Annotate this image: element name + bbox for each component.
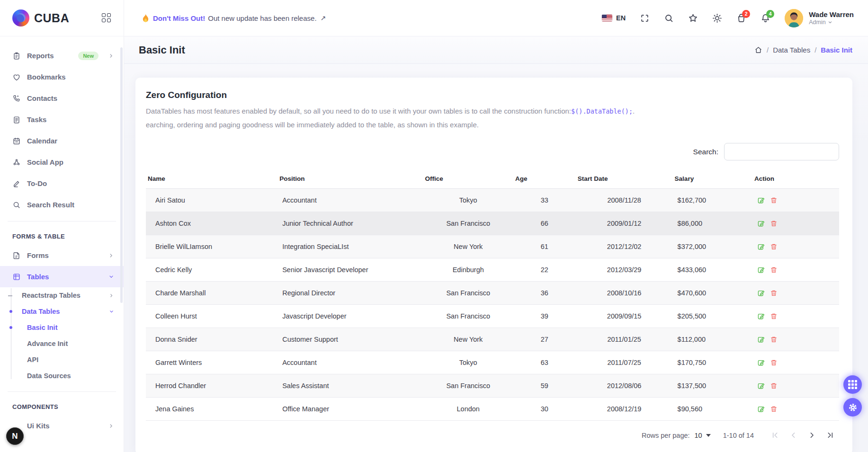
edit-button[interactable] <box>757 289 765 297</box>
cart-icon[interactable]: 2 <box>736 13 746 23</box>
announcement-banner[interactable]: Don't Miss Out!Out new update has been r… <box>142 14 326 22</box>
column-header-action: Action <box>752 169 839 189</box>
breadcrumb: / Data Tables / Basic Init <box>754 46 852 54</box>
edit-button[interactable] <box>757 220 765 228</box>
table-search-input[interactable] <box>724 143 839 160</box>
pagination-range: 1-10 of 14 <box>723 432 754 439</box>
sidebar-item-bookmarks[interactable]: Bookmarks <box>0 66 124 88</box>
sidebar-item-social-app[interactable]: Social App <box>0 151 124 173</box>
next-page-button[interactable] <box>806 429 818 441</box>
card-title: Zero Configuration <box>146 90 839 100</box>
bell-icon[interactable]: 4 <box>761 13 770 23</box>
edit-button[interactable] <box>757 196 765 204</box>
settings-fab-button[interactable] <box>843 398 862 417</box>
table-header-row: Name Position Office Age Start Date Sala… <box>146 169 839 189</box>
submenu-item-data-tables[interactable]: Data Tables <box>0 303 124 319</box>
sidebar-item-label: Reports <box>27 52 72 60</box>
delete-button[interactable] <box>770 405 778 413</box>
column-header-office[interactable]: Office <box>423 169 513 189</box>
sidebar-item-label: Ui Kits <box>27 422 102 430</box>
breadcrumb-parent[interactable]: Data Tables <box>773 46 810 54</box>
last-page-button[interactable] <box>824 429 836 441</box>
table-row: Jena GainesOffice Manager London30 2008/… <box>146 398 839 421</box>
delete-button[interactable] <box>770 196 778 204</box>
rows-per-page-select[interactable]: 10 <box>695 432 711 439</box>
header-actions: EN 2 4 Wade Warren Admin <box>602 9 854 27</box>
nextjs-dev-badge[interactable]: N <box>6 427 24 445</box>
previous-page-button[interactable] <box>787 429 799 441</box>
delete-button[interactable] <box>770 336 778 344</box>
table-row: Cedric KellySenior Javascript Developer … <box>146 258 839 282</box>
delete-button[interactable] <box>770 243 778 251</box>
active-dot <box>9 310 12 313</box>
flame-icon <box>142 14 149 22</box>
star-icon[interactable] <box>688 13 698 23</box>
submenu-item-data-sources[interactable]: Data Sources <box>0 368 124 384</box>
column-header-start-date[interactable]: Start Date <box>576 169 673 189</box>
sidebar-item-search-result[interactable]: Search Result <box>0 194 124 215</box>
cuba-logo-icon[interactable] <box>12 9 29 27</box>
sidebar-item-tasks[interactable]: Tasks <box>0 109 124 130</box>
sidebar-item-calendar[interactable]: Calendar <box>0 130 124 151</box>
search-icon[interactable] <box>664 13 674 23</box>
delete-button[interactable] <box>770 289 778 297</box>
submenu-item-reactstrap-tables[interactable]: Reactstrap Tables <box>0 287 124 303</box>
sidebar-item-label: To-Do <box>27 179 114 187</box>
clipboard-icon <box>12 52 21 60</box>
gear-icon <box>848 403 858 412</box>
table-row: Donna SniderCustomer Support New York27 … <box>146 328 839 351</box>
chevron-right-icon <box>108 423 114 429</box>
edit-button[interactable] <box>757 243 765 251</box>
edit-button[interactable] <box>757 382 765 390</box>
edit-button[interactable] <box>757 312 765 320</box>
column-header-age[interactable]: Age <box>513 169 576 189</box>
sidebar-scrollbar[interactable] <box>120 47 123 303</box>
chevron-down-icon <box>108 274 114 280</box>
divider <box>8 221 116 222</box>
quick-grid-button[interactable] <box>843 375 862 394</box>
new-badge: New <box>78 52 98 60</box>
submenu-item-basic-init[interactable]: Basic Init <box>0 319 124 336</box>
language-selector[interactable]: EN <box>602 14 626 22</box>
rows-per-page: Rows per page: 10 <box>642 432 711 439</box>
column-header-salary[interactable]: Salary <box>673 169 752 189</box>
column-header-position[interactable]: Position <box>277 169 423 189</box>
sidebar-item-to-do[interactable]: To-Do <box>0 173 124 194</box>
column-header-name[interactable]: Name <box>146 169 277 189</box>
delete-button[interactable] <box>770 220 778 228</box>
language-code: EN <box>616 14 626 22</box>
delete-button[interactable] <box>770 359 778 367</box>
submenu-item-api[interactable]: API <box>0 352 124 368</box>
home-icon[interactable] <box>754 46 762 54</box>
edit-button[interactable] <box>757 266 765 274</box>
top-header: Don't Miss Out!Out new update has been r… <box>124 0 868 36</box>
table-icon <box>12 273 21 281</box>
user-menu[interactable]: Wade Warren Admin <box>785 9 854 27</box>
sidebar-item-reports[interactable]: Reports New <box>0 45 124 66</box>
sidebar-item-contacts[interactable]: Contacts <box>0 88 124 109</box>
sidebar-item-tables[interactable]: Tables <box>0 266 124 287</box>
sun-icon[interactable] <box>712 13 722 23</box>
chevron-right-icon <box>109 293 114 298</box>
fullscreen-icon[interactable] <box>640 13 650 23</box>
edit-button[interactable] <box>757 405 765 413</box>
edit-button[interactable] <box>757 359 765 367</box>
sidebar-nav: Reports New Bookmarks Contacts Tasks Cal… <box>0 36 124 436</box>
table-search-row: Search: <box>146 143 839 160</box>
banner-message: Out new update has been release. <box>208 14 316 22</box>
delete-button[interactable] <box>770 382 778 390</box>
table-row: Charde MarshallRegional Director San Fra… <box>146 282 839 305</box>
section-heading-forms-table: FORMS & TABLE <box>0 227 124 245</box>
delete-button[interactable] <box>770 266 778 274</box>
chevron-right-icon <box>108 53 114 59</box>
submenu-item-advance-init[interactable]: Advance Init <box>0 336 124 352</box>
edit-button[interactable] <box>757 336 765 344</box>
first-page-button[interactable] <box>769 429 781 441</box>
sidebar-item-forms[interactable]: Forms <box>0 245 124 266</box>
delete-button[interactable] <box>770 312 778 320</box>
sidebar-toggle-grid-icon[interactable] <box>102 13 111 23</box>
main-content: Basic Init / Data Tables / Basic Init Ze… <box>124 36 868 452</box>
submenu-item-label: Advance Init <box>27 340 114 347</box>
sidebar: CUBA Reports New Bookmarks Contacts Task… <box>0 0 124 452</box>
brand-name[interactable]: CUBA <box>34 11 97 25</box>
